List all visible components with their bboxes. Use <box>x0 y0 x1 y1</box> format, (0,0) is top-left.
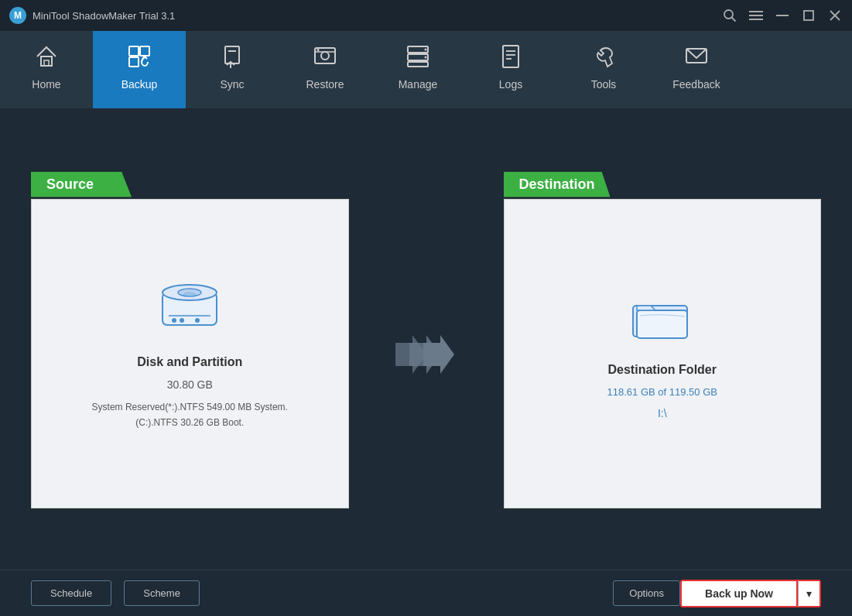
source-card-body[interactable]: Disk and Partition 30.80 GB System Reser… <box>31 199 349 508</box>
bottom-bar: Schedule Scheme Options Back up Now ▾ <box>0 570 852 616</box>
backup-icon <box>126 43 152 74</box>
nav-sync[interactable]: Sync <box>186 31 279 108</box>
nav-feedback-label: Feedback <box>672 78 720 91</box>
svg-rect-25 <box>503 46 518 67</box>
folder-icon <box>629 289 695 346</box>
nav-backup[interactable]: Backup <box>93 31 186 108</box>
svg-point-23 <box>425 48 427 50</box>
restore-icon <box>312 43 338 74</box>
svg-point-33 <box>183 292 196 296</box>
svg-point-17 <box>321 52 329 60</box>
app-logo: M <box>9 7 26 24</box>
backup-now-button[interactable]: Back up Now <box>680 580 798 607</box>
destination-card-header: Destination <box>504 169 822 199</box>
source-size: 30.80 GB <box>167 378 213 391</box>
nav-sync-label: Sync <box>220 78 244 91</box>
options-button[interactable]: Options <box>613 580 680 606</box>
svg-rect-11 <box>129 46 139 56</box>
dropdown-button[interactable]: ▾ <box>798 580 821 607</box>
arrow-section <box>395 335 457 374</box>
source-title: Source <box>31 172 132 197</box>
tools-icon <box>590 43 617 74</box>
nav-manage[interactable]: Manage <box>371 31 464 108</box>
bottom-left: Schedule Scheme <box>31 580 200 606</box>
maximize-button[interactable] <box>801 8 816 23</box>
nav-manage-label: Manage <box>399 78 438 91</box>
main-content: Source <box>0 108 852 570</box>
feedback-icon <box>683 43 710 74</box>
search-button[interactable] <box>722 8 737 23</box>
nav-restore-label: Restore <box>306 78 344 91</box>
svg-point-19 <box>317 49 320 51</box>
destination-card-body[interactable]: Destination Folder 118.61 GB of 119.50 G… <box>504 199 822 508</box>
disk-icon <box>155 277 224 338</box>
destination-path: I:\ <box>658 407 667 419</box>
svg-point-37 <box>195 318 200 323</box>
bottom-right: Options Back up Now ▾ <box>613 580 821 607</box>
sync-icon <box>219 43 245 74</box>
nav-tools-label: Tools <box>591 78 617 91</box>
svg-point-36 <box>180 318 184 323</box>
svg-rect-14 <box>225 46 239 63</box>
source-card-header: Source <box>31 169 349 199</box>
title-controls <box>722 8 843 23</box>
svg-line-1 <box>732 18 736 22</box>
title-text: MiniTool ShadowMaker Trial 3.1 <box>33 10 175 22</box>
svg-rect-12 <box>140 46 149 56</box>
destination-card-wrapper: Destination Destination Folder 118.61 GB… <box>504 169 822 508</box>
nav-tools[interactable]: Tools <box>557 31 650 108</box>
svg-rect-9 <box>41 56 52 66</box>
destination-title: Destination <box>504 172 611 197</box>
minimize-button[interactable] <box>775 8 790 23</box>
nav-feedback[interactable]: Feedback <box>650 31 743 108</box>
svg-rect-22 <box>408 62 428 67</box>
manage-icon <box>405 43 431 74</box>
logs-icon <box>498 43 524 74</box>
source-card-wrapper: Source <box>31 169 349 508</box>
nav-home[interactable]: Home <box>0 31 93 108</box>
nav-home-label: Home <box>32 78 60 91</box>
title-left: M MiniTool ShadowMaker Trial 3.1 <box>9 7 175 24</box>
svg-rect-6 <box>804 11 813 20</box>
svg-rect-10 <box>44 60 49 66</box>
close-button[interactable] <box>827 8 843 23</box>
nav-bar: Home Backup Sync <box>0 31 852 108</box>
svg-point-24 <box>425 56 427 58</box>
source-label: Disk and Partition <box>137 355 242 369</box>
svg-point-35 <box>172 318 176 323</box>
nav-restore[interactable]: Restore <box>279 31 371 108</box>
destination-storage: 118.61 GB of 119.50 GB <box>607 386 717 398</box>
nav-logs-label: Logs <box>499 78 522 91</box>
title-bar: M MiniTool ShadowMaker Trial 3.1 <box>0 0 852 31</box>
scheme-button[interactable]: Scheme <box>124 580 200 606</box>
svg-rect-13 <box>129 57 139 67</box>
source-detail: System Reserved(*:).NTFS 549.00 MB Syste… <box>92 400 288 429</box>
destination-label: Destination Folder <box>608 363 717 377</box>
schedule-button[interactable]: Schedule <box>31 580 111 606</box>
nav-logs[interactable]: Logs <box>464 31 557 108</box>
menu-button[interactable] <box>748 8 764 23</box>
nav-backup-label: Backup <box>121 78 158 91</box>
home-icon <box>33 43 60 74</box>
